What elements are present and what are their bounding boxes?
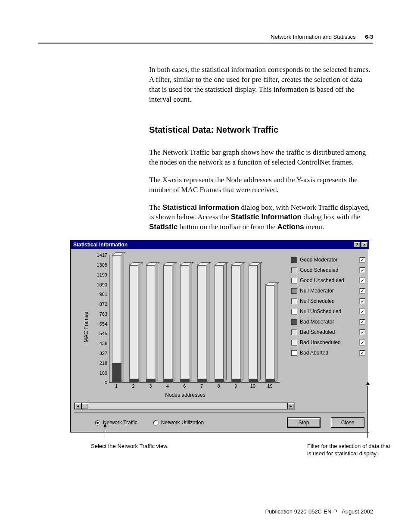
legend-swatch xyxy=(291,278,297,283)
legend-swatch xyxy=(291,340,297,345)
legend-label: Null Moderator xyxy=(300,288,357,294)
statistical-information-dialog: Statistical Information ? × MAC Frames 0… xyxy=(70,240,369,432)
y-tick-label: 109 xyxy=(91,370,107,376)
legend-label: Null Scheduled xyxy=(300,298,357,304)
y-tick-label: 654 xyxy=(91,321,107,327)
chart-bar-segment xyxy=(129,379,139,382)
legend-label: Bad Unscheduled xyxy=(300,339,357,345)
legend-item: Null Moderator✓ xyxy=(291,288,365,294)
legend-checkbox[interactable]: ✓ xyxy=(359,257,365,263)
legend-swatch xyxy=(291,257,297,263)
paragraph-2: The Network Traffic bar graph shows how … xyxy=(149,148,373,168)
arrow-up-icon: ▲ xyxy=(365,380,371,438)
y-tick-label: 763 xyxy=(91,311,107,317)
chart-bar-segment xyxy=(112,363,121,383)
legend-item: Bad Unscheduled✓ xyxy=(291,339,365,345)
dialog-title: Statistical Information xyxy=(73,242,128,248)
running-head-text: Network Information and Statistics xyxy=(271,34,355,40)
x-tick-label: 6 xyxy=(183,383,186,389)
paragraph-1: In both cases, the statistical informati… xyxy=(149,65,373,105)
legend-label: Good Moderator xyxy=(300,257,357,263)
y-tick-label: 436 xyxy=(91,341,107,346)
legend-swatch xyxy=(291,330,297,335)
chart-bar-segment xyxy=(197,379,207,382)
legend-item: Null Scheduled✓ xyxy=(291,298,365,304)
chart-bar-segment xyxy=(231,379,241,382)
bar-chart: 0109218327436545654763872981109011991308… xyxy=(91,253,280,383)
legend-checkbox[interactable]: ✓ xyxy=(359,329,365,335)
annotation-left: Select the Network Traffic view. xyxy=(91,443,177,450)
legend-item: Null UnScheduled✓ xyxy=(291,308,365,314)
x-tick-label: 1 xyxy=(115,383,118,389)
chart-bar xyxy=(129,264,139,382)
scroll-right-button[interactable]: ► xyxy=(287,403,294,409)
x-tick-label: 19 xyxy=(267,383,272,389)
chart-scrollbar[interactable]: ◄ ► xyxy=(74,402,295,410)
legend-checkbox[interactable]: ✓ xyxy=(359,298,365,304)
y-tick-label: 1308 xyxy=(91,262,107,268)
x-tick-label: 2 xyxy=(132,383,135,389)
network-traffic-radio[interactable]: Network Traffic xyxy=(95,420,137,426)
legend-checkbox[interactable]: ✓ xyxy=(359,339,365,345)
legend-label: Bad Scheduled xyxy=(300,329,357,335)
network-utilization-radio[interactable]: Network Utilization xyxy=(153,420,204,426)
dialog-titlebar: Statistical Information ? × xyxy=(71,240,369,249)
legend-checkbox[interactable]: ✓ xyxy=(359,350,365,356)
legend-swatch xyxy=(291,268,297,273)
legend-swatch xyxy=(291,288,297,294)
legend-checkbox[interactable]: ✓ xyxy=(359,319,365,325)
chart-bar xyxy=(146,264,156,382)
legend-swatch xyxy=(291,309,297,314)
paragraph-3: The X-axis represents the Node addresses… xyxy=(149,175,373,195)
chart-bar xyxy=(249,264,258,382)
y-tick-label: 327 xyxy=(91,351,107,356)
x-tick-label: 7 xyxy=(200,383,203,389)
chart-bar-segment xyxy=(215,379,224,382)
running-head: Network Information and Statistics 6-3 xyxy=(38,34,373,40)
chart-bar xyxy=(265,284,275,383)
legend-label: Good Unscheduled xyxy=(300,277,357,283)
page-number: 6-3 xyxy=(365,34,373,40)
x-tick-label: 8 xyxy=(218,383,220,389)
legend-checkbox[interactable]: ✓ xyxy=(359,267,365,273)
x-tick-label: 9 xyxy=(234,383,237,389)
legend-item: Good Scheduled✓ xyxy=(291,267,365,273)
legend-panel: Good Moderator✓Good Scheduled✓Good Unsch… xyxy=(291,253,365,401)
chart-bar xyxy=(231,264,241,382)
legend-checkbox[interactable]: ✓ xyxy=(359,308,365,314)
chart-area: MAC Frames 01092183274365456547638729811… xyxy=(74,253,289,401)
y-tick-label: 872 xyxy=(91,302,107,307)
legend-label: Good Scheduled xyxy=(300,267,357,273)
chart-bar xyxy=(180,264,190,382)
x-tick-label: 10 xyxy=(250,383,255,389)
y-axis-label: MAC Frames xyxy=(83,312,89,342)
legend-item: Bad Moderator✓ xyxy=(291,319,365,325)
chart-bar-segment xyxy=(146,379,156,382)
header-rule xyxy=(38,43,373,44)
y-tick-label: 1199 xyxy=(91,272,107,277)
section-heading: Statistical Data: Network Traffic xyxy=(149,124,373,136)
legend-item: Bad Scheduled✓ xyxy=(291,329,365,335)
scroll-thumb[interactable] xyxy=(81,403,88,409)
x-tick-label: 4 xyxy=(166,383,169,389)
help-button[interactable]: ? xyxy=(353,242,360,248)
radio-icon xyxy=(153,420,159,426)
chart-bar-segment xyxy=(265,379,275,382)
y-tick-label: 545 xyxy=(91,331,107,336)
stop-button[interactable]: Stop xyxy=(287,417,321,428)
close-button[interactable]: Close xyxy=(331,417,364,428)
y-tick-label: 981 xyxy=(91,292,107,297)
legend-checkbox[interactable]: ✓ xyxy=(359,277,365,283)
legend-item: Bad Aborted✓ xyxy=(291,350,365,356)
chart-bar xyxy=(197,264,207,382)
legend-label: Bad Aborted xyxy=(300,350,357,356)
chart-bar xyxy=(163,264,173,382)
close-window-button[interactable]: × xyxy=(361,242,368,248)
arrow-up-icon: ▲ xyxy=(102,422,108,438)
scroll-left-button[interactable]: ◄ xyxy=(75,403,81,409)
x-axis-label: Nodes addresses xyxy=(91,392,280,398)
legend-swatch xyxy=(291,299,297,304)
legend-checkbox[interactable]: ✓ xyxy=(359,288,365,294)
annotation-right: Filter for the selection of data that is… xyxy=(307,443,393,457)
y-tick-label: 1417 xyxy=(91,252,107,258)
